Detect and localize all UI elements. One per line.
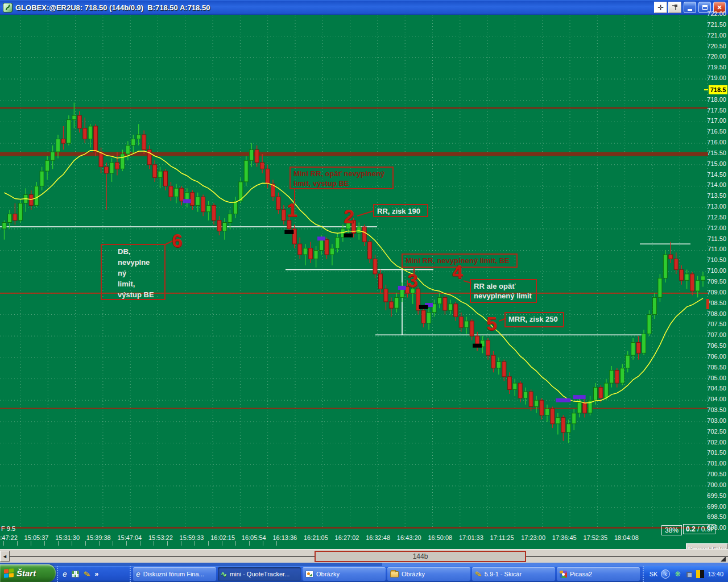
taskbar: Štart e ✎ » eDiskuzní fórum Fina...∿mini…	[0, 566, 728, 582]
system-tray: SK ‹ ❋ 13:40	[643, 566, 728, 582]
price-axis-label: 713.50	[701, 192, 726, 199]
price-axis-label: 707.50	[701, 321, 726, 327]
time-axis-label: 14:47:22	[0, 534, 18, 541]
price-axis-label: 720.50	[701, 43, 726, 49]
timeframe-slider[interactable]: ◄ 144b	[0, 549, 728, 563]
time-axis-label: 16:27:02	[335, 534, 359, 541]
price-axis-label: 707.00	[701, 331, 726, 338]
price-axis-label: 704.50	[701, 385, 726, 392]
time-axis-label: 17:01:33	[459, 534, 483, 541]
task-buttons: eDiskuzní fórum Fina...∿mini - QuoteTrac…	[133, 567, 640, 581]
slider-tick-marks	[3, 541, 279, 546]
slider-left-arrow-button[interactable]: ◄	[0, 551, 10, 562]
bid-price-marker	[706, 299, 709, 309]
annotation-box: RR ale opäťnevyplnený limit	[470, 279, 537, 303]
price-axis-label: 709.00	[701, 289, 726, 296]
price-axis-label: 706.00	[701, 353, 726, 360]
range-stat-bold: 0.2	[686, 525, 696, 533]
price-axis-label: 698.50	[701, 513, 726, 520]
price-axis-label: 717.50	[701, 107, 726, 114]
time-axis-label: 16:32:48	[366, 534, 390, 541]
tray-app-icon[interactable]: ❋	[673, 570, 681, 578]
price-axis-label: 715.00	[701, 160, 726, 167]
trade-number-3: 3	[407, 271, 417, 290]
price-axis-label: 718.00	[701, 96, 726, 103]
tray-windows-icon[interactable]	[685, 570, 693, 578]
paint-icon: ✎	[474, 569, 482, 579]
quick-launch-overflow-chevron[interactable]: »	[95, 570, 99, 578]
price-axis: 722.00721.50721.00720.50720.00719.50719.…	[708, 0, 728, 549]
resize-grip-icon[interactable]	[721, 556, 726, 562]
time-axis-label: 16:05:54	[242, 534, 266, 541]
time-axis-label: 16:21:05	[304, 534, 328, 541]
tray-collapse-icon[interactable]: ‹	[661, 569, 670, 579]
price-axis-label: 719.50	[701, 64, 726, 70]
taskbar-task-obr-zky[interactable]: Obrázky	[387, 567, 470, 581]
price-axis-label: 701.50	[701, 449, 726, 456]
annotation-box: DB,nevyplnenýlimit,výstup BE	[101, 244, 166, 300]
current-price-tag: 718.5	[709, 85, 727, 94]
task-button-label: Diskuzní fórum Fina...	[143, 571, 204, 577]
internet-explorer-icon: e	[136, 569, 140, 579]
task-button-label: Picasa2	[570, 571, 592, 577]
price-axis-label: 703.50	[701, 406, 726, 413]
tray-color-icon[interactable]	[696, 570, 704, 578]
price-axis-label: 714.50	[701, 171, 726, 178]
price-axis-label: 715.50	[701, 149, 726, 156]
trade-number-1: 1	[287, 201, 297, 219]
time-axis-label: 15:39:38	[86, 534, 111, 541]
quick-launch-brush-icon[interactable]: ✎	[83, 569, 91, 579]
task-button-label: mini - QuoteTracker...	[230, 571, 289, 577]
quotetracker-icon: ∿	[221, 570, 227, 579]
price-axis-label: 701.00	[701, 460, 726, 467]
annotation-box: MRR, zisk 250	[504, 312, 564, 327]
current-price-tick	[704, 89, 708, 90]
price-axis-label: 717.00	[701, 117, 726, 124]
price-axis-label: 719.00	[701, 74, 726, 81]
price-axis-label: 712.50	[701, 214, 726, 221]
chart-canvas[interactable]: 722.00721.50721.00720.50720.00719.50719.…	[0, 15, 728, 549]
price-axis-label: 720.00	[701, 53, 726, 60]
internet-explorer-icon[interactable]: e	[63, 570, 67, 578]
taskbar-task-5-9-1-skic-r[interactable]: ✎5.9-1 - Skicár	[472, 567, 555, 581]
time-axis-label: 15:47:04	[117, 534, 142, 541]
time-axis-label: 16:43:20	[397, 534, 421, 541]
task-button-label: 5.9-1 - Skicár	[485, 571, 522, 577]
taskbar-task-diskuzn-f-rum-fina-[interactable]: eDiskuzní fórum Fina...	[133, 567, 216, 581]
range-stat-rest: / 0.9r	[696, 525, 713, 533]
time-axis-label: 16:02:15	[210, 534, 235, 541]
start-button[interactable]: Štart	[0, 564, 56, 582]
time-axis-label: 15:59:33	[180, 534, 204, 541]
price-axis-label: 722.00	[701, 10, 726, 17]
timeframe-slider-handle[interactable]: 144b	[315, 551, 526, 562]
price-axis-label: 710.00	[701, 267, 726, 274]
time-axis-label: 16:50:08	[428, 534, 452, 541]
price-axis-label: 703.00	[701, 417, 726, 424]
price-axis-label: 712.00	[701, 225, 726, 231]
language-indicator[interactable]: SK	[650, 571, 658, 577]
time-axis-label: 17:11:25	[490, 534, 514, 541]
clock[interactable]: 13:40	[708, 571, 723, 577]
folder-icon	[390, 571, 399, 577]
picasa-icon	[560, 571, 567, 578]
price-axis-label: 710.50	[701, 256, 726, 263]
annotation-box: RR, zisk 190	[373, 204, 428, 217]
price-axis-label: 714.00	[701, 181, 726, 188]
taskbar-task-obr-zky[interactable]: Obrázky	[303, 567, 386, 581]
image-viewer-icon	[305, 571, 313, 577]
trade-number-4: 4	[452, 263, 462, 281]
time-axis-label: 17:52:35	[583, 534, 607, 541]
time-axis-label: 16:13:36	[272, 534, 297, 541]
task-button-label: Obrázky	[316, 571, 340, 577]
price-axis-label: 716.00	[701, 139, 726, 146]
price-axis-label: 704.00	[701, 396, 726, 402]
trade-number-6: 6	[172, 231, 182, 250]
taskbar-task-picasa2[interactable]: Picasa2	[557, 567, 640, 581]
price-axis-label: 702.50	[701, 428, 726, 435]
price-axis-label: 721.50	[701, 21, 726, 28]
quick-launch-bar: e ✎ »	[57, 566, 131, 582]
windows-logo-icon	[4, 568, 14, 578]
price-axis-label: 721.00	[701, 32, 726, 39]
quick-launch-grid-icon[interactable]	[72, 571, 79, 577]
taskbar-task-mini-quotetracker-[interactable]: ∿mini - QuoteTracker...	[218, 567, 301, 581]
